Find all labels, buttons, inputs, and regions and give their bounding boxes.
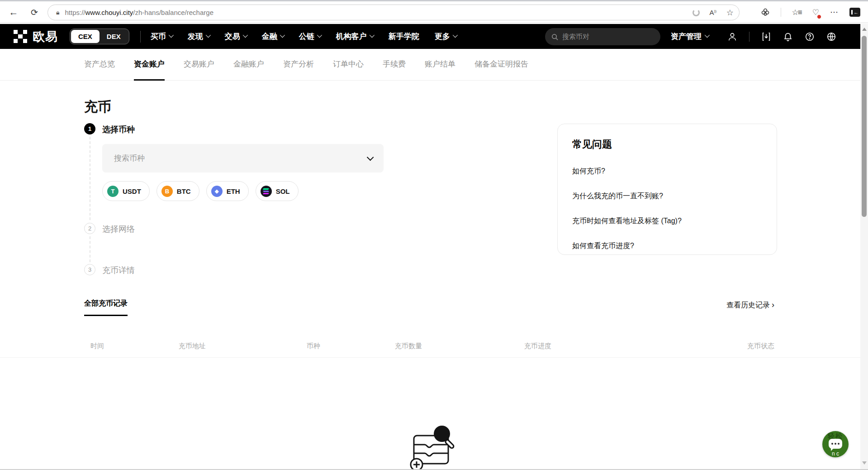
faq-item-not-arrived[interactable]: 为什么我充的币一直不到账? xyxy=(572,192,762,201)
nav-item-trade[interactable]: 交易 xyxy=(225,31,247,42)
faq-item-address-tag[interactable]: 充币时如何查看地址及标签 (Tag)? xyxy=(572,216,762,226)
sol-bars xyxy=(263,188,269,194)
search-placeholder: 搜索币对 xyxy=(562,33,589,41)
tab-trading-account[interactable]: 交易账户 xyxy=(184,49,214,81)
eth-icon: ◆ xyxy=(211,186,223,197)
address-bar[interactable]: 🔒︎ https://www.chouyi.city/zh-hans/balan… xyxy=(47,5,740,20)
col-progress: 充币进度 xyxy=(524,342,551,350)
step-connector xyxy=(90,236,90,262)
coin-chip-usdt[interactable]: T USDT xyxy=(102,181,150,201)
okx-logo-icon xyxy=(14,30,27,43)
chevron-down-icon xyxy=(168,32,173,37)
btc-icon: B xyxy=(161,186,173,197)
col-time: 时间 xyxy=(90,342,104,350)
header-separator xyxy=(140,31,141,43)
tab-assets-overview[interactable]: 资产总览 xyxy=(84,49,115,81)
nav-item-buy[interactable]: 买币 xyxy=(151,31,172,42)
coin-quick-chips: T USDT B BTC ◆ ETH SOL xyxy=(102,181,299,201)
coin-search-select[interactable]: 搜索币种 xyxy=(102,144,384,173)
faq-panel: 常见问题 如何充币? 为什么我充的币一直不到账? 充币时如何查看地址及标签 (T… xyxy=(557,124,777,255)
chat-bubble-icon xyxy=(829,439,842,449)
step-connector xyxy=(90,137,90,220)
assets-management-menu[interactable]: 资产管理 xyxy=(671,24,708,49)
browser-essentials-icon[interactable]: ♡ xyxy=(812,8,819,17)
language-globe-icon[interactable] xyxy=(826,32,836,42)
faq-item-progress[interactable]: 如何查看充币进度? xyxy=(572,241,762,251)
scrollbar-up-arrow[interactable] xyxy=(862,28,867,31)
col-status: 充币状态 xyxy=(747,342,774,350)
page-scrollbar[interactable] xyxy=(860,24,868,470)
chevron-down-icon xyxy=(705,32,710,37)
step-2-circle: 2 xyxy=(84,223,95,234)
step-2-label: 选择网络 xyxy=(102,224,135,235)
coin-chip-eth[interactable]: ◆ ETH xyxy=(206,181,249,201)
col-amount: 充币数量 xyxy=(395,342,422,350)
refresh-icon[interactable]: ⟳ xyxy=(27,5,42,19)
usdt-icon: T xyxy=(107,186,119,197)
settings-menu-icon[interactable]: ⋯ xyxy=(830,7,839,17)
favorite-star-icon[interactable]: ☆ xyxy=(726,8,734,18)
chevron-down-icon xyxy=(452,32,457,37)
notification-badge xyxy=(817,14,821,19)
tab-funding-account[interactable]: 资金账户 xyxy=(134,49,165,81)
chevron-down-icon xyxy=(369,32,374,37)
sidebar-bar xyxy=(851,10,853,14)
url-text[interactable]: https://www.chouyi.city/zh-hans/balance/… xyxy=(65,9,213,16)
scrollbar-down-arrow[interactable] xyxy=(862,461,867,465)
step-1-label: 选择币种 xyxy=(102,124,135,135)
tab-fees[interactable]: 手续费 xyxy=(383,49,406,81)
brand-name: 欧易 xyxy=(33,29,58,45)
pair-search-input[interactable]: 搜索币对 xyxy=(545,28,660,45)
back-icon[interactable]: ← xyxy=(6,5,21,19)
header-icons-separator xyxy=(749,32,749,42)
faq-item-how-to-deposit[interactable]: 如何充币? xyxy=(572,167,762,176)
nav-item-institutional[interactable]: 机构客户 xyxy=(336,31,373,42)
coin-select-placeholder: 搜索币种 xyxy=(114,153,145,163)
tab-all-deposit-records[interactable]: 全部充币记录 xyxy=(84,299,128,316)
customer-service-chat-widget[interactable]: 轻松 n c xyxy=(822,431,849,457)
read-aloud-icon[interactable]: A)) xyxy=(710,9,716,16)
chevron-down-icon xyxy=(317,32,322,37)
help-icon[interactable] xyxy=(805,32,815,42)
nav-item-more[interactable]: 更多 xyxy=(435,31,456,42)
page-title: 充币 xyxy=(84,98,111,116)
view-history-link[interactable]: 查看历史记录› xyxy=(726,300,774,310)
nav-item-discover[interactable]: 发现 xyxy=(188,31,209,42)
tab-proof-of-reserves[interactable]: 储备金证明报告 xyxy=(474,49,528,81)
nav-item-finance[interactable]: 金融 xyxy=(262,31,284,42)
step-1-circle: 1 xyxy=(84,123,95,134)
page-load-icon xyxy=(693,9,700,16)
col-address: 充币地址 xyxy=(179,342,206,350)
sol-icon xyxy=(261,186,272,197)
toggle-dex[interactable]: DEX xyxy=(100,30,128,43)
user-profile-icon[interactable] xyxy=(727,32,737,42)
tab-finance-account[interactable]: 金融账户 xyxy=(233,49,264,81)
download-app-icon[interactable] xyxy=(761,32,771,42)
nav-item-academy[interactable]: 新手学院 xyxy=(389,31,419,42)
notifications-bell-icon[interactable] xyxy=(783,32,793,42)
lock-icon: 🔒︎ xyxy=(56,9,59,16)
nav-item-chain[interactable]: 公链 xyxy=(299,31,321,42)
site-header: 欧易 CEX DEX 买币 发现 交易 金融 公链 机构客户 新手学院 更多 搜… xyxy=(0,24,860,49)
tab-order-center[interactable]: 订单中心 xyxy=(333,49,364,81)
sidebar-toggle-icon[interactable]: ← xyxy=(849,8,860,17)
scrollbar-thumb[interactable] xyxy=(862,36,867,217)
browser-toolbar: ← ⟳ 🔒︎ https://www.chouyi.city/zh-hans/b… xyxy=(0,1,868,23)
step-3-circle: 3 xyxy=(84,264,95,275)
header-icons xyxy=(727,24,836,49)
toolbar-separator xyxy=(781,8,781,17)
favorites-collections-icon[interactable]: ☆≡ xyxy=(792,8,802,17)
toggle-cex[interactable]: CEX xyxy=(71,30,100,43)
chevron-down-icon xyxy=(367,154,374,161)
records-table-header: 时间 充币地址 币种 充币数量 充币进度 充币状态 xyxy=(0,336,868,358)
step-3-label: 充币详情 xyxy=(102,265,135,276)
tab-account-statement[interactable]: 账户结单 xyxy=(425,49,455,81)
account-sub-nav: 资产总览 资金账户 交易账户 金融账户 资产分析 订单中心 手续费 账户结单 储… xyxy=(0,49,860,81)
okx-logo[interactable]: 欧易 xyxy=(14,29,58,45)
search-icon xyxy=(551,34,558,40)
coin-chip-sol[interactable]: SOL xyxy=(256,181,299,201)
extensions-icon[interactable] xyxy=(761,8,770,17)
coin-chip-btc[interactable]: B BTC xyxy=(157,181,199,201)
chevron-down-icon xyxy=(280,32,285,37)
tab-asset-analysis[interactable]: 资产分析 xyxy=(283,49,314,81)
